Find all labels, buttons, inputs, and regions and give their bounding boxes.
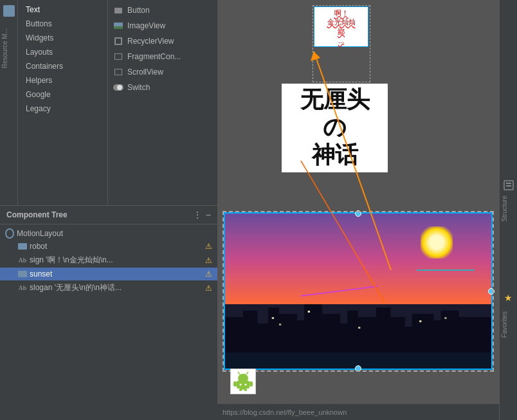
svg-rect-22 — [358, 327, 360, 329]
widget-label: FragmentCon... — [127, 52, 181, 61]
svg-rect-43 — [506, 185, 511, 187]
resource-item-containers[interactable]: Containers — [18, 59, 107, 73]
tree-item-robot[interactable]: robot⚠ — [0, 240, 217, 253]
tree-item-label: slogan '无厘头\n的\n神话... — [30, 282, 203, 293]
widget-label: Switch — [127, 83, 150, 92]
svg-point-27 — [240, 384, 242, 386]
tree-item-MotionLayout[interactable]: MotionLayout — [0, 227, 217, 240]
svg-line-30 — [238, 372, 240, 374]
tree-item-sign[interactable]: Absign '啊！\n金光灿灿\n...⚠ — [0, 253, 217, 268]
left-panels: Resource M... TextButtonsWidgetsLayoutsC… — [0, 0, 217, 420]
svg-rect-35 — [244, 389, 247, 391]
sunset-imageview — [224, 212, 493, 370]
widget-item-switch[interactable]: Switch — [108, 80, 217, 95]
ab-icon: Ab — [18, 284, 27, 293]
svg-point-28 — [245, 384, 247, 386]
resource-items-container: TextButtonsWidgetsLayoutsContainersHelpe… — [18, 3, 107, 116]
resource-icon — [3, 5, 15, 17]
tree-item-label: sunset — [30, 269, 203, 278]
favorites-label: Favorites — [500, 309, 509, 340]
favorites-star-icon: ★ — [504, 293, 512, 303]
svg-rect-32 — [233, 381, 237, 387]
tree-items-container: MotionLayoutrobot⚠Absign '啊！\n金光灿灿\n...⚠… — [0, 227, 217, 295]
svg-rect-42 — [506, 183, 511, 184]
resource-item-google[interactable]: Google — [18, 87, 107, 102]
handle-top[interactable] — [355, 210, 361, 217]
widget-item-button[interactable]: Button — [108, 3, 217, 18]
tree-item-slogan[interactable]: Abslogan '无厘头\n的\n神话...⚠ — [0, 280, 217, 295]
svg-rect-20 — [279, 324, 281, 325]
widget-label: RecyclerView — [127, 37, 174, 46]
slogan-text-content: 无厘头の神话 — [284, 86, 385, 170]
resource-item-legacy[interactable]: Legacy — [18, 102, 107, 116]
widget-item-recyclerview[interactable]: RecyclerView — [108, 33, 217, 49]
component-tree-panel: Component Tree ⋮ − MotionLayoutrobot⚠Abs… — [0, 206, 217, 420]
city-silhouette — [225, 304, 491, 369]
svg-rect-33 — [249, 381, 253, 387]
widget-item-imageview[interactable]: ImageView — [108, 18, 217, 33]
component-tree-header: Component Tree ⋮ − — [0, 206, 217, 224]
tree-content: MotionLayoutrobot⚠Absign '啊！\n金光灿灿\n...⚠… — [0, 224, 217, 298]
svg-rect-34 — [239, 389, 242, 391]
svg-line-31 — [246, 372, 248, 374]
switch-icon — [113, 82, 123, 93]
menu-icon[interactable]: ⋮ — [193, 210, 202, 220]
tree-item-label: robot — [30, 242, 203, 251]
handle-right[interactable] — [488, 288, 494, 295]
resource-item-layouts[interactable]: Layouts — [18, 45, 107, 59]
right-sidebar: Structure Favorites ★ — [499, 0, 517, 420]
widget-item-fragmentcon[interactable]: FragmentCon... — [108, 49, 217, 64]
slogan-textview: 无厘头の神话 — [282, 84, 388, 172]
scrollview-icon — [113, 67, 123, 77]
handle-bottom[interactable] — [355, 365, 361, 372]
image-icon — [18, 242, 27, 251]
resource-item-text[interactable]: Text — [18, 3, 107, 17]
image-icon — [18, 269, 27, 278]
recyclerview-icon — [113, 36, 123, 46]
widget-list: ButtonImageViewRecyclerViewFragmentCon..… — [108, 0, 217, 205]
structure-icon — [503, 180, 514, 192]
widget-label: ImageView — [127, 21, 165, 30]
resource-item-helpers[interactable]: Helpers — [18, 73, 107, 87]
resource-label: Resource M... — [0, 26, 10, 71]
imageview-icon — [113, 21, 123, 31]
resource-item-buttons[interactable]: Buttons — [18, 17, 107, 31]
resource-menu: TextButtonsWidgetsLayoutsContainersHelpe… — [18, 0, 108, 205]
url-bar: https://blog.csdn.net/fly_beee_unknown — [217, 404, 499, 420]
tree-warning-icon: ⚠ — [205, 269, 212, 278]
android-robot-icon — [230, 369, 256, 394]
top-panels: Resource M... TextButtonsWidgetsLayoutsC… — [0, 0, 217, 206]
svg-rect-23 — [419, 320, 421, 322]
main-canvas[interactable]: 啊！金光灿灿鄙... 无厘头の神话 — [217, 0, 499, 420]
svg-rect-21 — [308, 311, 310, 313]
sign-selection — [313, 5, 370, 82]
tree-item-label: sign '啊！\n金光灿灿\n... — [30, 255, 203, 266]
tree-item-sunset[interactable]: sunset⚠ — [0, 268, 217, 280]
widget-item-scrollview[interactable]: ScrollView — [108, 64, 217, 80]
minimize-icon[interactable]: − — [206, 210, 211, 220]
tree-warning-icon: ⚠ — [205, 242, 212, 251]
widget-label: Button — [127, 6, 150, 15]
button-icon — [113, 5, 123, 15]
ab-icon: Ab — [18, 256, 27, 265]
header-icons: ⋮ − — [193, 210, 211, 220]
svg-rect-24 — [444, 317, 446, 319]
structure-label: Structure — [500, 193, 509, 224]
left-icon-bar: Resource M... — [0, 0, 18, 205]
motion-icon — [5, 229, 14, 238]
tree-item-label: MotionLayout — [17, 229, 212, 238]
svg-rect-19 — [272, 317, 274, 319]
svg-point-29 — [238, 374, 248, 383]
url-text: https://blog.csdn.net/fly_beee_unknown — [222, 408, 347, 416]
widget-label: ScrollView — [127, 68, 163, 77]
resource-item-widgets[interactable]: Widgets — [18, 31, 107, 45]
tree-warning-icon: ⚠ — [205, 284, 212, 293]
widget-items-container: ButtonImageViewRecyclerViewFragmentCon..… — [108, 3, 217, 95]
component-tree-title: Component Tree — [6, 210, 68, 219]
tree-warning-icon: ⚠ — [205, 256, 212, 265]
fragment-icon — [113, 51, 123, 62]
